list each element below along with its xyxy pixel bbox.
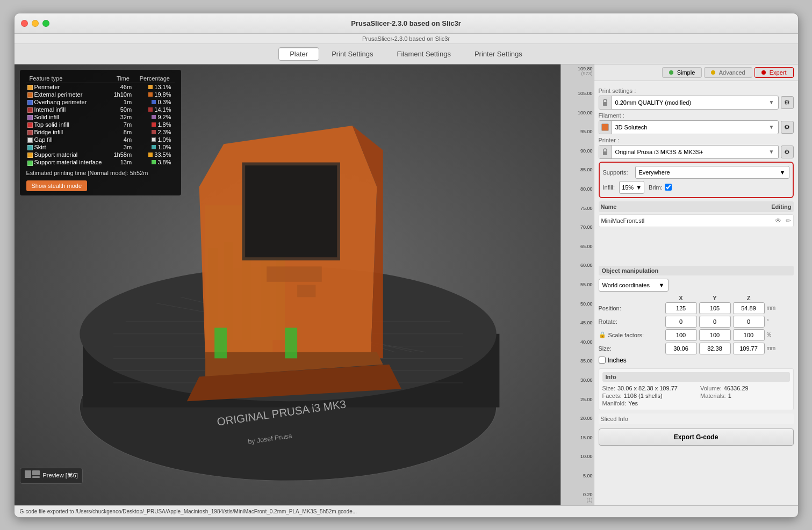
feature-name: Overhang perimeter	[26, 98, 111, 106]
y-axis-ruler: 109.80(973) 105.00 100.00 95.00 90.00 85…	[561, 64, 594, 505]
table-row: Overhang perimeter 1m 0.3%	[26, 98, 175, 106]
feature-time: 46m	[111, 83, 135, 91]
filament-color-swatch	[599, 121, 612, 134]
info-facets-value: 1108 (1 shells)	[624, 393, 663, 399]
print-settings-gear-button[interactable]: ⚙	[781, 96, 794, 109]
scale-row: 🔒 Scale factors: 100 100 100 %	[599, 329, 794, 341]
inches-checkbox[interactable]	[599, 357, 606, 364]
label-spacer	[599, 295, 663, 301]
edit-icon[interactable]: ✏	[786, 217, 791, 224]
feature-pct: 19.8%	[135, 91, 174, 98]
export-gcode-button[interactable]: Export G-code	[599, 429, 794, 446]
position-label: Position:	[599, 305, 663, 311]
svg-rect-28	[297, 285, 315, 297]
status-bar: G-code file exported to /Users/chuckgenc…	[15, 505, 798, 517]
feature-pct: 2.3%	[135, 128, 174, 136]
col-percentage: Percentage	[135, 74, 174, 83]
scale-y-input[interactable]: 100	[699, 329, 731, 341]
info-section: Info Size: 30.06 x 82.38 x 109.77 Volume…	[599, 368, 794, 410]
rotate-z-input[interactable]: 0	[733, 316, 765, 328]
supports-dropdown[interactable]: Everywhere ▼	[635, 166, 789, 179]
lock-scale-icon[interactable]: 🔒	[599, 331, 606, 338]
y-tick: 100.00	[562, 110, 593, 115]
feature-name: Support material interface	[26, 158, 111, 166]
tab-plater[interactable]: Plater	[278, 47, 319, 61]
position-y-input[interactable]: 105	[699, 302, 731, 314]
scale-z-input[interactable]: 100	[733, 329, 765, 341]
stats-overlay: Feature type Time Percentage Perimeter 4…	[20, 70, 181, 195]
tab-print-settings[interactable]: Print Settings	[320, 47, 384, 61]
printer-dropdown[interactable]: Original Prusa i3 MK3S & MK3S+ ▼	[599, 145, 779, 159]
feature-name: Internal infill	[26, 106, 111, 113]
viewport-canvas[interactable]: ORIGINAL PRUSA i3 MK3 by Josef Prusa Fea…	[15, 64, 594, 505]
filament-label: Filament :	[599, 112, 794, 119]
show-stealth-mode-button[interactable]: Show stealth mode	[26, 180, 88, 191]
table-row: External perimeter 1h10m 19.8%	[26, 91, 175, 98]
tab-filament-settings[interactable]: Filament Settings	[385, 47, 462, 61]
supports-arrow: ▼	[780, 169, 786, 176]
feature-name: External perimeter	[26, 91, 111, 98]
tab-printer-settings[interactable]: Printer Settings	[463, 47, 534, 61]
rotate-x-input[interactable]: 0	[665, 316, 697, 328]
table-row: Internal infill 50m 14.1%	[26, 106, 175, 113]
sliced-info-label: Sliced Info	[601, 416, 628, 422]
filament-dropdown[interactable]: 3D Solutech ▼	[599, 120, 779, 134]
maximize-button[interactable]	[42, 20, 49, 27]
svg-rect-35	[25, 470, 31, 478]
file-icons: 👁 ✏	[775, 217, 791, 224]
filament-arrow: ▼	[765, 124, 778, 130]
info-size-value: 30.06 x 82.38 x 109.77	[617, 385, 678, 391]
y-tick: 55.00	[562, 282, 593, 287]
feature-name: Support material	[26, 151, 111, 158]
close-button[interactable]	[21, 20, 28, 27]
svg-rect-36	[32, 470, 40, 475]
advanced-mode-button[interactable]: Advanced	[704, 67, 752, 78]
y-tick: 105.00	[562, 91, 593, 96]
position-x-input[interactable]: 125	[665, 302, 697, 314]
preview-button[interactable]: Preview [⌘6]	[20, 468, 83, 484]
inches-row: Inches	[599, 357, 794, 364]
simple-mode-button[interactable]: Simple	[662, 67, 702, 78]
svg-rect-26	[245, 165, 337, 257]
y-tick: 85.00	[562, 167, 593, 172]
eye-icon[interactable]: 👁	[775, 217, 781, 224]
rotate-y-input[interactable]: 0	[699, 316, 731, 328]
expert-mode-button[interactable]: Expert	[754, 67, 794, 78]
y-tick: 80.00	[562, 186, 593, 192]
y-tick: 60.00	[562, 263, 593, 268]
size-unit: mm	[767, 345, 794, 351]
print-profile-dropdown[interactable]: 0.20mm QUALITY (modified) ▼	[599, 96, 779, 110]
coord-system-dropdown[interactable]: World coordinates ▼	[599, 279, 669, 292]
supports-value: Everywhere	[639, 169, 670, 176]
scale-x-input[interactable]: 100	[665, 329, 697, 341]
scale-unit: %	[767, 332, 794, 338]
size-y-input[interactable]: 82.38	[699, 343, 731, 354]
y-tick: 30.00	[562, 377, 593, 383]
minimize-button[interactable]	[32, 20, 39, 27]
feature-pct: 1.0%	[135, 143, 174, 151]
size-z-input[interactable]: 109.77	[733, 343, 765, 354]
infill-spinner[interactable]: 15% ▼	[619, 181, 644, 194]
y-tick: 35.00	[562, 358, 593, 364]
brim-checkbox[interactable]	[665, 184, 672, 191]
scale-label-with-lock: 🔒 Scale factors:	[599, 331, 663, 338]
y-tick: 25.00	[562, 397, 593, 402]
y-header: Y	[699, 295, 731, 301]
model-list-empty-area	[599, 229, 794, 262]
printer-gear-button[interactable]: ⚙	[781, 146, 794, 158]
object-manipulation-section: Object manipulation World coordinates ▼ …	[599, 266, 794, 364]
brim-checkbox-row: Brim:	[649, 184, 672, 191]
info-size-label: Size:	[602, 385, 615, 391]
size-x-input[interactable]: 30.06	[665, 343, 697, 354]
preview-label: Preview [⌘6]	[43, 472, 78, 479]
info-facets-label: Facets:	[602, 393, 622, 399]
feature-name: Bridge infill	[26, 128, 111, 136]
position-z-input[interactable]: 54.89	[733, 302, 765, 314]
feature-name: Skirt	[26, 143, 111, 151]
feature-pct: 33.5%	[135, 151, 174, 158]
y-tick: 90.00	[562, 148, 593, 154]
filament-gear-button[interactable]: ⚙	[781, 121, 794, 134]
unit-spacer	[767, 295, 794, 301]
info-size-item: Size: 30.06 x 82.38 x 109.77	[602, 385, 692, 391]
infill-dropdown-arrow: ▼	[636, 184, 642, 191]
